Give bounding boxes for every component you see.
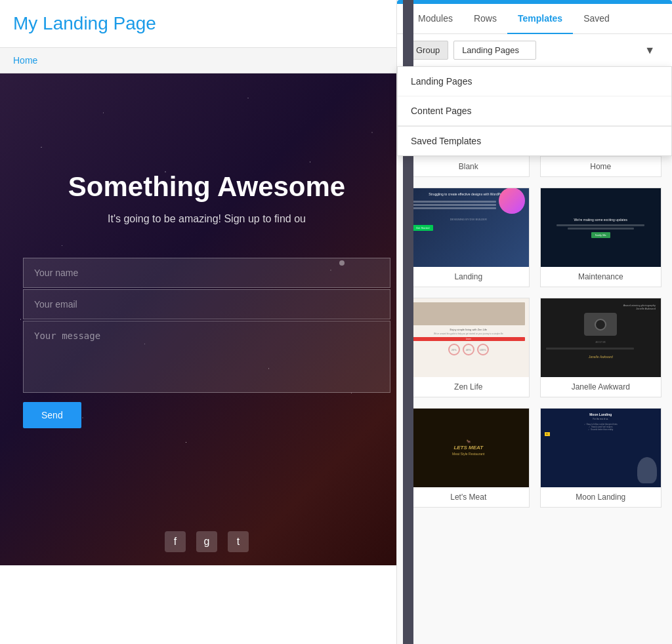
template-thumb-letsmeat: 🐂 LETS MEATMeat Style Restaurant	[408, 409, 529, 487]
thumb-maint-bar2	[568, 228, 634, 230]
google-icon[interactable]: g	[196, 531, 217, 552]
thumb-moon-title: Moon Landing	[545, 413, 658, 416]
hero-content: Something Awesome It's going to be amazi…	[42, 171, 371, 245]
panel-tab-bar: Modules Rows Templates Saved	[397, 4, 672, 34]
template-name-moonlanding: Moon Landing	[541, 487, 662, 507]
thumb-maintenance-btn: Notify Me	[591, 232, 610, 238]
thumb-janelle-about: ABOUT ME	[546, 341, 656, 344]
template-name-janelle: Janelle Awkward	[541, 377, 662, 397]
thumb-moon-subtitle: For the rest of us.	[545, 418, 658, 420]
template-item-letsmeat[interactable]: 🐂 LETS MEATMeat Style Restaurant Let's M…	[408, 408, 530, 508]
thumb-landing-bg: Struggling to create effective designs w…	[408, 188, 529, 267]
thumb-zenlife-bg: Enjoy simple living with Zen Life We've …	[408, 298, 529, 377]
template-panel: Modules Rows Templates Saved Group Landi…	[396, 0, 672, 644]
template-name-zenlife: Zen Life	[408, 377, 529, 397]
send-button[interactable]: Send	[23, 402, 81, 428]
thumb-moon-astronaut	[637, 457, 657, 483]
lp-nav: Home	[0, 48, 413, 73]
thumb-janelle-bg: Award winning photographyJanelle Awkward…	[541, 298, 662, 377]
thumb-landing-subtitle: DESIGNING BY DIVI BUILDER	[412, 218, 525, 221]
template-thumb-zenlife: Enjoy simple living with Zen Life We've …	[408, 298, 529, 377]
template-name-home: Home	[541, 157, 662, 176]
thumb-moon-features: ✓ Easy to follow rocket blueprint hints …	[545, 423, 658, 431]
page-title: My Landing Page	[13, 8, 400, 39]
hero-social: f g t	[165, 531, 249, 552]
template-name-maintenance: Maintenance	[541, 267, 662, 287]
hero-form: Send	[23, 258, 390, 428]
thumb-maintenance-title: We're making some exciting updates	[574, 218, 627, 222]
template-thumb-landing: Struggling to create effective designs w…	[408, 188, 529, 267]
zenlife-circle-2: 40%	[463, 344, 474, 355]
thumb-zenlife-title: Enjoy simple living with Zen Life	[412, 328, 525, 331]
template-thumb-janelle: Award winning photographyJanelle Awkward…	[541, 298, 662, 377]
thumb-zenlife-img	[412, 302, 525, 325]
thumb-zenlife-btn: Learn	[412, 337, 525, 341]
chevron-down-icon: ▼	[644, 45, 655, 56]
template-item-zenlife[interactable]: Enjoy simple living with Zen Life We've …	[408, 298, 530, 397]
name-input[interactable]	[23, 258, 390, 288]
dropdown-item-landing-pages[interactable]: Landing Pages	[398, 67, 671, 96]
email-input[interactable]	[23, 289, 390, 319]
thumb-list-2	[412, 204, 496, 206]
template-name-blank: Blank	[408, 157, 529, 176]
template-item-moonlanding[interactable]: Moon Landing For the rest of us. ✓ Easy …	[540, 408, 662, 508]
tab-saved[interactable]: Saved	[573, 4, 620, 34]
twitter-icon[interactable]: t	[228, 531, 249, 552]
template-item-janelle[interactable]: Award winning photographyJanelle Awkward…	[540, 298, 662, 397]
thumb-janelle-bar	[546, 348, 634, 350]
thumb-landing-content	[412, 201, 525, 214]
template-thumb-maintenance: We're making some exciting updates Notif…	[541, 188, 662, 267]
thumb-maintenance-bg: We're making some exciting updates Notif…	[541, 188, 662, 267]
tab-templates[interactable]: Templates	[507, 4, 573, 34]
thumb-moonlanding-bg: Moon Landing For the rest of us. ✓ Easy …	[541, 409, 662, 487]
thumb-zenlife-desc: We've created this guide to help you get…	[412, 332, 525, 335]
thumb-moon-badge: tv	[545, 432, 550, 436]
group-select[interactable]: Landing Pages Content Pages Saved Templa…	[453, 41, 536, 60]
nav-home-link[interactable]: Home	[13, 55, 37, 66]
tab-modules[interactable]: Modules	[408, 4, 463, 34]
dropdown-item-content-pages[interactable]: Content Pages	[398, 96, 671, 126]
thumb-janelle-camera	[584, 313, 617, 336]
group-label: Group	[408, 41, 448, 60]
template-thumb-moonlanding: Moon Landing For the rest of us. ✓ Easy …	[541, 409, 662, 487]
thumb-letsmeat-icon: 🐂	[467, 439, 471, 443]
thumb-landing-circle	[499, 188, 525, 214]
facebook-icon[interactable]: f	[165, 531, 186, 552]
template-item-landing[interactable]: Struggling to create effective designs w…	[408, 188, 530, 287]
thumb-janelle-subtitle: Award winning photographyJanelle Awkward	[546, 304, 656, 310]
thumb-maint-bar1	[556, 224, 644, 226]
lp-header: My Landing Page	[0, 0, 413, 48]
thumb-janelle-name: Janelle Awkward	[546, 355, 656, 359]
select-wrapper: Landing Pages Content Pages Saved Templa…	[453, 41, 662, 60]
thumb-letsmeat-title: LETS MEATMeat Style Restaurant	[452, 445, 484, 456]
thumb-landing-cta: Get Started	[412, 225, 433, 231]
dropdown-item-saved-templates[interactable]: Saved Templates	[398, 127, 671, 155]
group-selector-row: Group Landing Pages Content Pages Saved …	[397, 34, 672, 67]
zenlife-circle-1: 20%	[448, 344, 460, 355]
hero-title: Something Awesome	[68, 171, 345, 203]
template-name-letsmeat: Let's Meat	[408, 487, 529, 507]
thumb-list-1	[412, 201, 496, 203]
thumb-zenlife-circles: 20% 40% 100%	[412, 344, 525, 355]
message-input[interactable]	[23, 321, 390, 393]
template-name-landing: Landing	[408, 267, 529, 287]
hero-subtitle: It's going to be amazing! Sign up to fin…	[68, 213, 345, 225]
template-item-maintenance[interactable]: We're making some exciting updates Notif…	[540, 188, 662, 287]
tab-rows[interactable]: Rows	[463, 4, 507, 34]
landing-page-preview: My Landing Page Home Something Awesome I…	[0, 0, 413, 644]
thumb-landing-list	[412, 201, 496, 214]
thumb-list-3	[412, 207, 496, 209]
thumb-letsmeat-bg: 🐂 LETS MEATMeat Style Restaurant	[408, 409, 529, 487]
dropdown-overlay: Landing Pages Content Pages Saved Templa…	[397, 66, 672, 156]
lp-hero: Something Awesome It's going to be amazi…	[0, 73, 413, 565]
zenlife-circle-3: 100%	[477, 344, 489, 355]
